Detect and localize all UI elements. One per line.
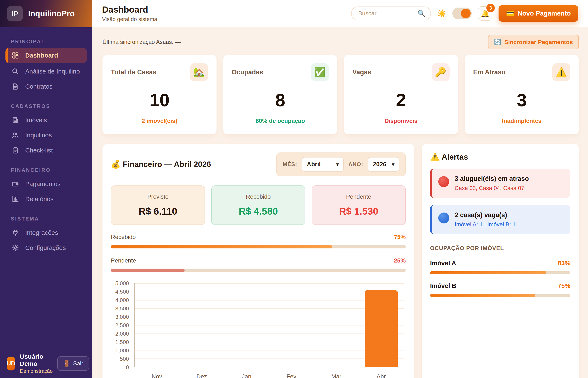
financial-title: 💰 Financeiro — Abril 2026	[111, 160, 211, 169]
search-icon	[11, 68, 20, 75]
house-icon: 🏡	[190, 63, 208, 81]
alerts-panel: ⚠️ Alertas 3 aluguel(éis) em atraso Casa…	[422, 144, 579, 378]
chevron-down-icon: ▾	[392, 162, 394, 167]
sidebar-item-configuracoes[interactable]: Configurações	[5, 240, 87, 255]
sync-status-text: Última sincronização Asaas: —	[103, 39, 181, 45]
sidebar-item-imoveis[interactable]: Imóveis	[5, 113, 87, 128]
sidebar-item-label: Relatórios	[25, 196, 53, 203]
sidebar-section-sistema: SISTEMA	[11, 216, 81, 222]
alert-body: 2 casa(s) vaga(s) Imóvel A: 1 | Imóvel B…	[455, 211, 516, 228]
stat-card-em-atraso: Em Atraso ⚠️ 3 Inadimplentes	[465, 55, 579, 135]
stat-value: 8	[232, 90, 329, 110]
sidebar-item-label: Pagamentos	[25, 180, 60, 188]
summary-label: Recebido	[216, 193, 301, 200]
top-bar: Dashboard Visão geral do sistema 🔍 ☀️ 🔔 …	[93, 0, 588, 27]
new-payment-label: Novo Pagamento	[518, 10, 571, 17]
sidebar-item-check-list[interactable]: Check-list	[5, 143, 87, 158]
sidebar-item-label: Check-list	[25, 147, 53, 154]
financial-panel: 💰 Financeiro — Abril 2026 MÊS: Abril ▾ A…	[103, 144, 414, 378]
summary-pendente: Pendente R$ 1.530	[312, 185, 406, 225]
building-icon	[11, 116, 20, 124]
progress-percent: 25%	[394, 257, 406, 264]
year-label: ANO:	[348, 161, 363, 168]
sync-row: Última sincronização Asaas: — 🔄 Sincroni…	[103, 35, 579, 49]
sidebar-item-pagamentos[interactable]: Pagamentos	[5, 176, 87, 191]
y-axis-tick: 500	[120, 356, 129, 362]
sidebar-section-cadastros: CADASTROS	[11, 103, 81, 109]
chevron-down-icon: ▾	[336, 162, 339, 167]
x-axis-tick: Nov	[152, 373, 162, 378]
toggle-knob	[461, 9, 471, 18]
progress-percent: 75%	[394, 234, 406, 241]
alert-title: 2 casa(s) vaga(s)	[455, 211, 516, 219]
alert-vacancies: 2 casa(s) vaga(s) Imóvel A: 1 | Imóvel B…	[430, 205, 570, 234]
bar-chart-icon	[11, 195, 20, 203]
occupancy-title: OCUPAÇÃO POR IMÓVEL	[430, 245, 570, 252]
sidebar-item-contratos[interactable]: Contratos	[5, 79, 87, 94]
bar-chart-xaxis: NovDezJanFevMarAbr	[134, 369, 404, 378]
summary-value: R$ 4.580	[216, 206, 301, 217]
y-axis-tick: 3,000	[115, 314, 129, 320]
stat-sublabel: Inadimplentes	[473, 118, 570, 124]
sidebar-item-label: Configurações	[25, 244, 66, 251]
sync-payments-button[interactable]: 🔄 Sincronizar Pagamentos	[488, 35, 579, 49]
y-axis-tick: 2,000	[115, 331, 129, 337]
clipboard-check-icon	[11, 147, 20, 154]
stat-card-vagas: Vagas 🔑 2 Disponíveis	[344, 55, 458, 135]
alert-body: 3 aluguel(éis) em atraso Casa 03, Casa 0…	[455, 175, 529, 191]
progress-label: Pendente	[111, 257, 136, 264]
main-area: Dashboard Visão geral do sistema 🔍 ☀️ 🔔 …	[93, 0, 588, 378]
notifications-button[interactable]: 🔔 3	[478, 6, 492, 21]
stats-grid: Total de Casas 🏡 10 2 imóvel(eis) Ocupad…	[103, 55, 579, 135]
gridline	[135, 283, 404, 284]
occupancy-fill	[430, 294, 535, 297]
stat-label: Ocupadas	[232, 68, 263, 76]
sidebar-item-inquilinos[interactable]: Inquilinos	[5, 128, 87, 143]
avatar: UD	[7, 357, 15, 370]
alerts-title: ⚠️ Alertas	[430, 152, 570, 162]
logout-label: Sair	[73, 360, 83, 367]
y-axis-tick: 5,000	[115, 280, 129, 287]
gridline	[135, 292, 404, 292]
sync-icon: 🔄	[494, 39, 501, 46]
summary-label: Pendente	[316, 193, 401, 200]
chart-bar-abr	[365, 290, 398, 367]
stat-value: 10	[111, 90, 208, 110]
dashboard-grid-icon	[11, 52, 20, 59]
month-select[interactable]: Abril ▾	[302, 157, 344, 172]
gear-icon	[11, 244, 20, 252]
alert-title: 3 aluguel(éis) em atraso	[455, 175, 529, 182]
occupancy-percent: 83%	[558, 259, 570, 267]
x-axis-tick: Dez	[197, 373, 207, 378]
page-title: Dashboard	[102, 5, 157, 15]
theme-toggle[interactable]	[452, 8, 472, 19]
app-root: IP InquilinoPro PRINCIPAL Dashboard Anál…	[0, 0, 588, 378]
sidebar-item-analise-de-inquilino[interactable]: Análise de Inquilino	[5, 64, 87, 79]
alert-overdue: 3 aluguel(éis) em atraso Casa 03, Casa 0…	[430, 169, 570, 198]
brand-logo: IP	[7, 6, 23, 21]
progress-label: Recebido	[111, 234, 136, 241]
stat-label: Em Atraso	[473, 68, 506, 76]
year-select-value: 2026	[373, 161, 387, 168]
gridline	[135, 317, 404, 317]
logout-button[interactable]: 🚪 Sair	[57, 356, 89, 371]
progress-fill	[111, 269, 185, 272]
bar-chart-yaxis: 05001,0001,5002,0002,5003,0003,5004,0004…	[111, 283, 132, 367]
sidebar-item-dashboard[interactable]: Dashboard	[5, 48, 87, 63]
alert-detail: Casa 03, Casa 04, Casa 07	[455, 185, 529, 191]
summary-recebido: Recebido R$ 4.580	[211, 185, 305, 225]
key-icon: 🔑	[431, 63, 450, 81]
gridline	[135, 342, 404, 342]
summary-label: Previsto	[116, 193, 200, 200]
sidebar-item-relatorios[interactable]: Relatórios	[5, 191, 87, 207]
progress-pendente: Pendente 25%	[111, 257, 406, 272]
sidebar-section-financeiro: FINANCEIRO	[11, 167, 81, 173]
year-select[interactable]: 2026 ▾	[368, 157, 400, 172]
sidebar-brand-header: IP InquilinoPro	[0, 0, 93, 27]
new-payment-button[interactable]: 💳 Novo Pagamento	[498, 5, 578, 22]
door-icon: 🚪	[63, 360, 70, 367]
page-subtitle: Visão geral do sistema	[102, 16, 157, 23]
sidebar-item-label: Dashboard	[25, 52, 58, 59]
people-icon	[11, 132, 20, 139]
sidebar-item-integracoes[interactable]: Integrações	[5, 225, 87, 240]
